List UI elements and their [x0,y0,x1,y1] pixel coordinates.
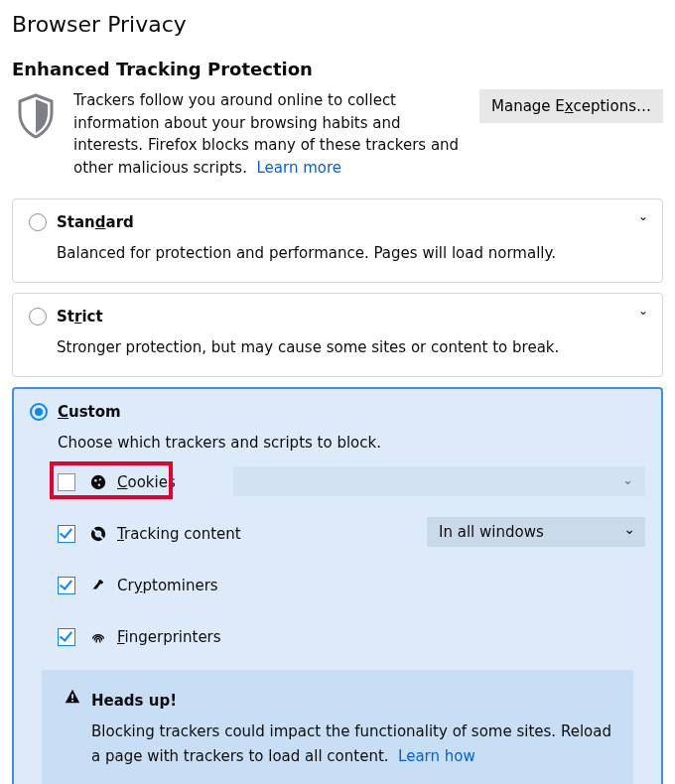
notice-title: Heads up! [91,689,177,714]
tracking-dropdown[interactable]: In all windows [427,517,645,547]
intro-text: Trackers follow you around online to col… [73,89,466,179]
tracker-row-cookies: Cookies [58,473,645,491]
option-standard[interactable]: Standard ⌄ Balanced for protection and p… [12,198,663,283]
learn-how-link[interactable]: Learn how [398,747,475,765]
tracker-row-cryptominers: Cryptominers [58,577,645,594]
tracker-row-tracking: Tracking content In all windows [58,525,645,543]
manage-exceptions-button[interactable]: Manage Exceptions… [479,89,663,123]
svg-point-2 [99,478,101,480]
tracking-icon [89,525,107,543]
option-strict[interactable]: Strict ⌄ Stronger protection, but may ca… [12,293,663,377]
notice-body-text: Blocking trackers could impact the funct… [91,722,611,765]
checkbox-tracking[interactable] [58,525,75,543]
cryptominer-icon [89,577,107,594]
svg-rect-10 [71,700,73,702]
radio-strict[interactable] [29,308,47,326]
option-custom[interactable]: Custom Choose which trackers and scripts… [12,387,663,784]
checkbox-fingerprinters[interactable] [58,628,75,646]
label-fingerprinters: Fingerprinters [117,628,221,646]
label-tracking: Tracking content [117,525,241,543]
section-heading: Enhanced Tracking Protection [12,59,663,79]
checkbox-cookies[interactable] [58,473,75,491]
radio-custom[interactable] [30,403,48,421]
radio-standard[interactable] [29,213,47,231]
svg-point-1 [94,479,97,482]
checkbox-cryptominers[interactable] [58,577,75,594]
option-standard-title: Standard [57,213,134,231]
warning-icon [64,688,81,714]
notice-box: Heads up! Blocking trackers could impact… [42,670,633,784]
shield-icon [12,89,60,145]
cookie-icon [89,473,107,491]
option-custom-desc: Choose which trackers and scripts to blo… [58,433,645,454]
chevron-down-icon[interactable]: ⌄ [638,209,648,223]
option-strict-desc: Stronger protection, but may cause some … [57,337,646,358]
learn-more-link[interactable]: Learn more [256,159,341,177]
svg-point-3 [98,484,100,486]
svg-point-0 [91,475,105,489]
option-strict-title: Strict [57,308,103,326]
option-standard-desc: Balanced for protection and performance.… [57,243,646,264]
label-cryptominers: Cryptominers [117,577,218,594]
svg-rect-9 [71,694,73,699]
label-cookies: Cookies [117,473,176,491]
fingerprint-icon [89,628,107,646]
chevron-down-icon[interactable]: ⌄ [638,304,648,318]
tracker-row-fingerprinters: Fingerprinters [58,628,645,646]
page-title: Browser Privacy [12,12,663,37]
option-custom-title: Custom [58,403,121,421]
